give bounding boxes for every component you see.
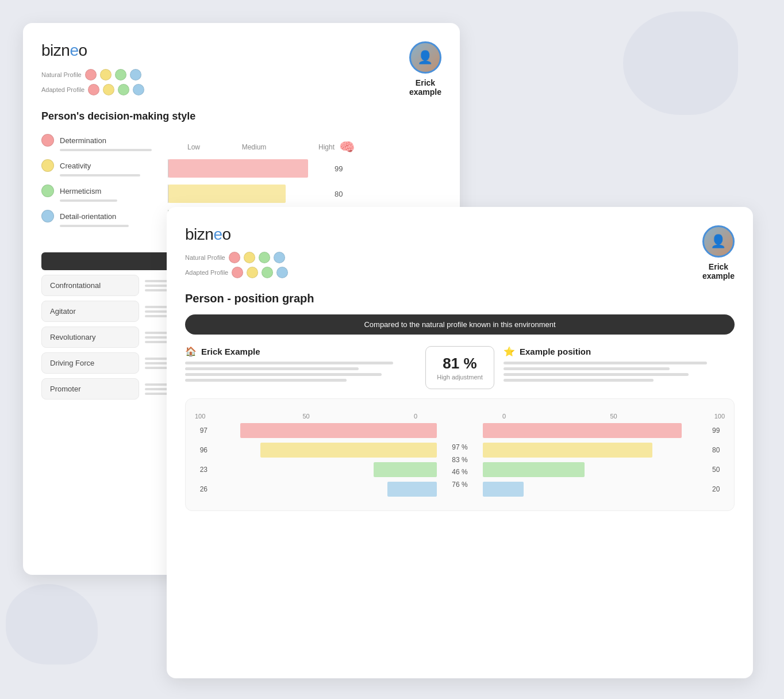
left-val-3: 23 (195, 466, 211, 474)
dual-chart-container: 100 50 0 97 96 23 (185, 398, 735, 511)
front-person-name: Erick example (702, 262, 735, 281)
front-avatar: 👤 (702, 225, 735, 258)
front-adapted-profile-label: Adapted Profile (185, 269, 228, 276)
back-avatar-area: 👤 Erick example (409, 41, 441, 97)
front-natural-dot-blue (274, 252, 285, 263)
front-adapted-dot-blue (276, 267, 288, 278)
adapted-profile-label: Adapted Profile (41, 86, 84, 93)
right-track-4 (483, 482, 709, 497)
left-track-2 (211, 443, 437, 458)
list-box-confrontational: Confrontational (41, 275, 139, 296)
right-val-1: 99 (709, 427, 725, 435)
bar-track-determination (168, 159, 329, 178)
front-natural-dot-red (229, 252, 240, 263)
back-person-name: Erick example (409, 78, 441, 97)
natural-dot-red (85, 69, 97, 80)
front-adapted-dot-red (232, 267, 243, 278)
right-track-1 (483, 423, 709, 438)
list-box-promoter: Promoter (41, 378, 139, 400)
position-lines (504, 362, 735, 382)
left-axis-50: 50 (269, 413, 343, 420)
natural-dot-yellow (100, 69, 112, 80)
left-val-2: 96 (195, 446, 211, 454)
right-axis-row: 0 50 100 (483, 413, 725, 420)
front-avatar-area: 👤 Erick example (702, 225, 735, 281)
star-icon: ⭐ (504, 346, 515, 357)
list-box-agitator: Agitator (41, 301, 139, 322)
bar-fill-creativity (168, 185, 286, 203)
left-track-1 (211, 423, 437, 438)
score-center: 81 % High adjustment (425, 346, 494, 389)
right-val-2: 80 (709, 446, 725, 454)
natural-profile-label: Natural Profile (41, 71, 82, 78)
list-box-revolutionary: Revolutionary (41, 327, 139, 348)
legend-label-creativity: Creativity (60, 162, 91, 170)
right-axis-50: 50 (577, 413, 651, 420)
legend-determination: Determination (41, 134, 156, 151)
position-label: Example position (520, 347, 591, 356)
left-val-4: 26 (195, 485, 211, 493)
bar-fill-determination (168, 159, 308, 178)
right-axis-0: 0 (502, 413, 577, 420)
front-adapted-dot-yellow (247, 267, 258, 278)
list-box-driving-force: Driving Force (41, 352, 139, 374)
brain-icon: 🧠 (339, 140, 355, 155)
right-track-3 (483, 462, 709, 477)
left-bar-2 (260, 443, 437, 458)
left-bar-4 (387, 482, 437, 497)
person-label: Erick Example (201, 347, 260, 356)
front-card: bizneo Natural Profile Adapted Profile (167, 207, 753, 678)
left-axis-row: 100 50 0 (195, 413, 437, 420)
score-percent: 81 % (432, 355, 488, 372)
legend-bar-detail (60, 225, 129, 227)
blob-bottom-left (6, 584, 98, 665)
back-profile-dots: Natural Profile Adapted Profile (41, 69, 144, 95)
right-bar-4 (483, 482, 524, 497)
legend-label-determination: Determination (60, 136, 106, 145)
left-axis-0: 0 (343, 413, 417, 420)
back-axis-labels: Low Medium Hight 🧠 (168, 140, 441, 155)
front-adapted-dot-green (262, 267, 273, 278)
position-job-section: ⭐ Example position (504, 346, 735, 382)
back-legend: Determination Creativity Hermeticism (41, 134, 156, 227)
left-val-1: 97 (195, 427, 211, 435)
back-logo: bizneo (41, 41, 144, 60)
bar-creativity: 80 (168, 185, 441, 203)
front-logo: bizneo (185, 225, 288, 244)
back-avatar: 👤 (409, 41, 441, 74)
legend-label-detail: Detail-orientation (60, 212, 116, 221)
center-pct-2: 83 % (437, 454, 483, 467)
legend-bar-hermeticism (60, 199, 117, 202)
position-person-section: 🏠 Erick Example (185, 346, 416, 382)
score-label: High adjustment (432, 374, 488, 381)
left-track-4 (211, 482, 437, 497)
position-layout: 🏠 Erick Example 81 % High adjustment ⭐ E… (185, 346, 735, 389)
right-track-2 (483, 443, 709, 458)
front-compared-bar: Compared to the natural profile known in… (185, 314, 735, 335)
legend-bar-determination (60, 149, 152, 151)
legend-dot-detail (41, 210, 54, 222)
bar-value-determination: 99 (335, 164, 343, 173)
dual-chart-center: 97 % 83 % 46 % 76 % (437, 413, 483, 491)
left-track-3 (211, 462, 437, 477)
front-logo-area: bizneo Natural Profile Adapted Profile (185, 225, 288, 278)
left-bar-3 (374, 462, 437, 477)
bar-track-creativity (168, 185, 329, 203)
dual-chart: 100 50 0 97 96 23 (195, 413, 725, 501)
right-val-3: 50 (709, 466, 725, 474)
axis-low: Low (168, 143, 220, 151)
legend-dot-hermeticism (41, 185, 54, 197)
adapted-dot-blue (133, 84, 144, 95)
natural-dot-blue (130, 69, 141, 80)
house-icon: 🏠 (185, 346, 197, 357)
legend-hermeticism: Hermeticism (41, 185, 156, 202)
bar-determination: 99 (168, 159, 441, 178)
right-bar-row-2: 80 (483, 443, 725, 458)
back-card-header: bizneo Natural Profile Adapted Profile (41, 41, 441, 97)
front-card-header: bizneo Natural Profile Adapted Profile (185, 225, 735, 281)
left-axis-100: 100 (195, 413, 269, 420)
front-natural-profile-label: Natural Profile (185, 254, 225, 261)
dual-chart-left: 100 50 0 97 96 23 (195, 413, 437, 501)
legend-label-hermeticism: Hermeticism (60, 187, 101, 195)
natural-dot-green (115, 69, 126, 80)
